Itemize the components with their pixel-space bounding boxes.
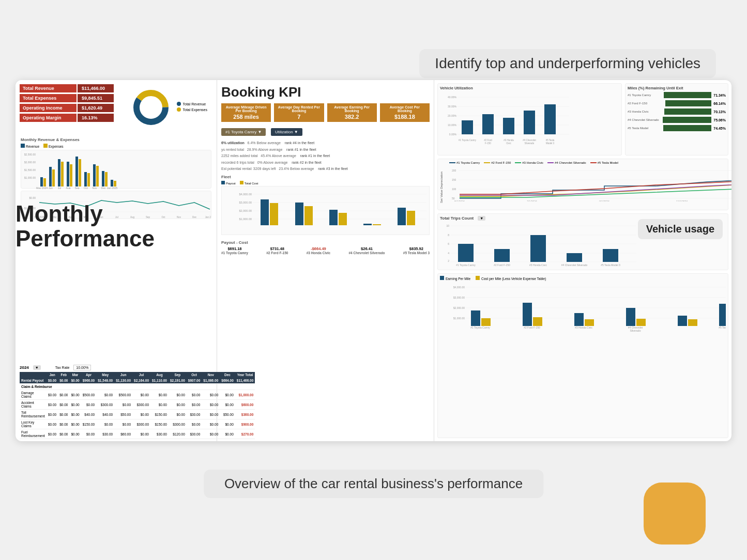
svg-text:#5 Tesla Model 3: #5 Tesla Model 3: [719, 326, 726, 329]
svg-rect-148: [719, 304, 726, 326]
utilization-btn[interactable]: Utilization ▼: [271, 128, 302, 136]
svg-text:F-150: F-150: [485, 142, 491, 145]
svg-text:$2,500.00: $2,500.00: [24, 153, 36, 156]
svg-rect-141: [533, 317, 542, 326]
svg-rect-142: [574, 313, 584, 326]
svg-rect-123: [567, 253, 582, 262]
col-mar: Mar: [69, 372, 81, 378]
miles-row-tesla: #5 Tesla Model 74.45%: [628, 125, 726, 131]
orange-blob: [644, 483, 706, 545]
svg-rect-147: [688, 319, 697, 326]
svg-rect-146: [678, 316, 687, 326]
trips-chart-svg: 10 8 6 4 2 #1 Toyota Camry #2 Ford F-150: [440, 221, 654, 267]
svg-text:#2 Ford F-150: #2 Ford F-150: [524, 326, 540, 329]
svg-text:#2 Ford: #2 Ford: [484, 139, 492, 142]
svg-text:#5 Tesla: #5 Tesla: [546, 139, 555, 142]
depreciation-svg: 200 150 100 50 5/1/2024 7: [449, 165, 731, 201]
depreciation-legend: #1 Toyota Camry #2 Ford F-150 #3 Honda C…: [449, 161, 618, 164]
avg-cost: Average Cost Per Booking $188.18: [380, 103, 430, 122]
miles-row-ford: #2 Ford F-150 66.14%: [628, 100, 726, 106]
col-aug: Aug: [150, 372, 169, 378]
col-header-label: [20, 372, 47, 378]
svg-rect-12: [67, 162, 69, 186]
earning-chart: Earning Per Mile Cost per Mile (Less Veh…: [437, 273, 728, 438]
svg-text:150: 150: [452, 178, 456, 181]
col-apr: Apr: [81, 372, 97, 378]
col-oct: Oct: [187, 372, 202, 378]
svg-text:May 2024: May 2024: [36, 186, 48, 189]
donut-legend: Total Revenue Total Expenses: [177, 102, 207, 113]
svg-text:Silverado: Silverado: [630, 329, 641, 332]
top-label: Identify top and underperforming vehicle…: [419, 49, 716, 78]
svg-rect-23: [114, 181, 116, 186]
left-panel: Total Revenue $11,466.00 Total Expenses …: [16, 80, 217, 441]
svg-text:$4,000.00: $4,000.00: [453, 286, 465, 289]
svg-text:200: 200: [452, 169, 456, 172]
svg-rect-121: [494, 249, 510, 262]
avg-earning: Average Earning Per Booking 382.2: [327, 103, 377, 122]
year-dropdown[interactable]: ▼: [33, 365, 41, 370]
svg-rect-122: [530, 235, 546, 262]
svg-text:Civic: Civic: [506, 142, 511, 145]
col-may: May: [96, 372, 114, 378]
svg-text:#1 Toyota Camry: #1 Toyota Camry: [456, 263, 476, 267]
miles-bar-list: #1 Toyota Camry 71.34% #2 Ford F-150 66.…: [628, 92, 726, 131]
svg-rect-9: [52, 169, 55, 186]
booking-kpi-title: Booking KPI: [221, 84, 430, 100]
svg-rect-64: [339, 213, 347, 225]
svg-text:Jan 2025: Jan 2025: [107, 186, 118, 189]
svg-text:Model 3: Model 3: [546, 142, 555, 145]
financial-table-section: 2024 ▼ Tax Rate 10.00% Jan Feb Mar Apr M…: [16, 363, 217, 441]
fleet-title: Fleet: [221, 175, 430, 179]
tax-rate-label: Tax Rate: [55, 366, 70, 369]
svg-text:#1 Toyota Camry: #1 Toyota Camry: [470, 326, 490, 329]
svg-text:Aug: Aug: [66, 186, 71, 189]
table-year: 2024: [20, 365, 29, 370]
selected-vehicle-label[interactable]: #1 Toyota Camry ▼: [221, 128, 266, 136]
svg-text:$4,000.00: $4,000.00: [239, 193, 252, 196]
miles-remaining-chart: Miles (%) Remaining Until Exit #1 Toyota…: [625, 83, 728, 155]
svg-text:Jan 2025: Jan 2025: [205, 216, 211, 219]
svg-rect-120: [458, 244, 474, 262]
svg-rect-144: [626, 308, 635, 326]
svg-text:#3 Honda Civic: #3 Honda Civic: [529, 263, 547, 267]
svg-rect-15: [79, 159, 81, 186]
svg-rect-140: [523, 303, 532, 326]
svg-text:#4 Chevrolet Silverado: #4 Chevrolet Silverado: [561, 263, 588, 267]
payout-chevy: $26.41 #4 Chevrolet Silverado: [348, 246, 385, 255]
tax-rate-value[interactable]: 10.00%: [73, 365, 91, 370]
svg-text:10: 10: [446, 224, 449, 227]
col-sep: Sep: [169, 372, 187, 378]
trips-dropdown[interactable]: ▼: [478, 216, 485, 221]
depreciation-y-label: Set Value Depreciation: [440, 167, 443, 203]
svg-text:Dec: Dec: [192, 216, 197, 219]
svg-rect-21: [105, 172, 108, 186]
payout-camry: $691.18 #1 Toyota Camry: [221, 246, 248, 255]
svg-rect-7: [43, 178, 46, 186]
svg-text:7/1/2024: 7/1/2024: [527, 200, 537, 201]
svg-text:20.00%: 20.00%: [448, 114, 457, 117]
rev-exp-chart: $2,500.00 $2,000.00 $1,500.00 $1,000.00: [21, 150, 211, 189]
avg-days: Average Day Rented Per Booking 7: [274, 103, 324, 122]
svg-text:6: 6: [448, 242, 449, 245]
svg-text:#3 Honda Civic: #3 Honda Civic: [575, 326, 592, 329]
miles-row-chevy: #4 Chevrolet Silverado 75.06%: [628, 117, 726, 123]
svg-rect-22: [111, 180, 113, 186]
right-panel: Vehicle Utilization 40.00% 30.00% 20.00%…: [434, 80, 731, 441]
monthly-performance-label: Monthly Performance: [16, 201, 155, 252]
vehicle-util-title: Vehicle Utilization: [440, 86, 619, 90]
svg-text:Nov: Nov: [93, 186, 97, 189]
svg-rect-65: [363, 224, 372, 225]
rev-exp-svg: $2,500.00 $2,000.00 $1,500.00 $1,000.00: [21, 150, 211, 189]
svg-text:Nov: Nov: [177, 216, 181, 219]
right-top-row: Vehicle Utilization 40.00% 30.00% 20.00%…: [437, 83, 728, 155]
svg-text:100: 100: [452, 188, 456, 191]
payout-tesla: $835.92 #5 Tesla Model 3: [403, 246, 430, 255]
vehicle-stats: 6% utilization 6.4% Below average rank #…: [221, 140, 430, 173]
svg-text:$3,000.00: $3,000.00: [453, 296, 465, 299]
svg-rect-143: [585, 319, 594, 326]
svg-text:Oct: Oct: [84, 186, 88, 189]
earning-legend: Earning Per Mile Cost per Mile (Less Veh…: [440, 276, 726, 281]
trips-section: Total Trips Count ▼ Vehicle usage 10 8 6…: [437, 213, 728, 270]
svg-rect-61: [295, 203, 303, 225]
